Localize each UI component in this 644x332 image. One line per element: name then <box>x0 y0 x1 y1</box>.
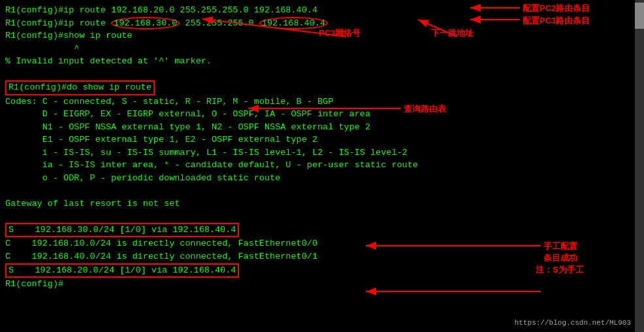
route-s2-box: S 192.168.20.0/24 [1/0] via 192.168.40.4 <box>5 263 239 278</box>
line-8: Codes: C - connected, S - static, R - RI… <box>5 95 639 108</box>
line-4: ^ <box>5 42 639 56</box>
annotation-pc3-network: PC3网络号 <box>319 27 361 39</box>
scrollbar-thumb[interactable] <box>635 3 644 29</box>
pc3-network-highlight: 192.168.30.0 <box>111 17 180 29</box>
annotation-pc2-route: 配置PC2路由条目 <box>523 3 590 14</box>
line-17 <box>5 210 639 224</box>
terminal: R1(config)#ip route 192.168.20.0 255.255… <box>0 0 644 332</box>
annotation-s-note: 注：S为手工 <box>536 264 584 276</box>
line-10: N1 - OSPF NSSA external type 1, N2 - OSP… <box>5 121 639 134</box>
annotation-manual-config: 手工配置 <box>543 241 577 252</box>
do-show-command-box: R1(config)#do show ip route <box>5 80 155 95</box>
line-7: R1(config)#do show ip route <box>5 80 639 95</box>
line-5: % Invalid input detected at '^' marker. <box>5 55 639 68</box>
line-13: ia - IS-IS inter area, * - candidate def… <box>5 159 639 172</box>
annotation-pc3-route: 配置PC3路由条目 <box>523 15 590 27</box>
line-12: i - IS-IS, su - IS-IS summary, L1 - IS-I… <box>5 146 639 159</box>
line-16: Gateway of last resort is not set <box>5 197 639 210</box>
scrollbar[interactable] <box>635 0 644 332</box>
line-6 <box>5 68 639 81</box>
line-14: o - ODR, P - periodic downloaded static … <box>5 172 639 185</box>
line-11: E1 - OSPF external type 1, E2 - OSPF ext… <box>5 133 639 146</box>
annotation-query-route: 查询路由表 <box>404 103 446 115</box>
line-9: D - EIGRP, EX - EIGRP external, O - OSPF… <box>5 108 639 121</box>
line-22: R1(config)# <box>5 278 639 291</box>
line-15 <box>5 185 639 198</box>
annotation-next-hop: 下一跳地址 <box>431 27 474 39</box>
annotation-entry-success: 条目成功 <box>543 252 577 264</box>
next-hop-highlight: 192.168.40.4 <box>259 17 328 29</box>
route-s1-box: S 192.168.30.0/24 [1/0] via 192.168.40.4 <box>5 223 239 237</box>
line-18: S 192.168.30.0/24 [1/0] via 192.168.40.4 <box>5 223 639 237</box>
url-watermark: https://blog.csdn.net/ML903 <box>515 319 631 327</box>
